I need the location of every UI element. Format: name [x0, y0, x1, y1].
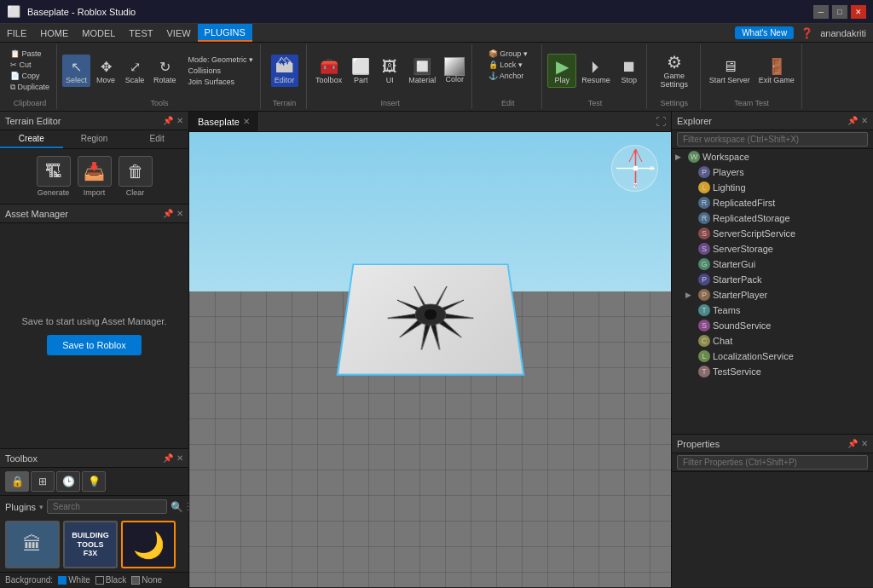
compass: Y X Z	[611, 145, 658, 192]
tree-item-localization-service[interactable]: L LocalizationService	[672, 349, 873, 364]
properties-pin-icon[interactable]: 📌	[847, 439, 858, 448]
tree-item-sound-service[interactable]: S SoundService	[672, 318, 873, 333]
search-icon[interactable]: 🔍	[171, 501, 183, 513]
lock-button[interactable]: 🔒 Lock ▾	[485, 60, 531, 70]
paste-button[interactable]: 📋 Paste	[7, 49, 53, 59]
properties-close-icon[interactable]: ✕	[861, 439, 868, 448]
group-button[interactable]: 📦 Group ▾	[485, 49, 531, 59]
plugin-item-3[interactable]: 🌙	[121, 521, 176, 568]
game-settings-button[interactable]: ⚙ Game Settings	[652, 50, 697, 91]
material-button[interactable]: 🔲 Material	[405, 55, 439, 87]
bg-black-radio[interactable]	[95, 576, 104, 585]
terrain-tab-create[interactable]: Create	[0, 130, 63, 148]
toolbox-search-input[interactable]	[47, 499, 167, 514]
menu-plugins[interactable]: PLUGINS	[198, 24, 252, 42]
plugin-item-1[interactable]: 🏛	[5, 521, 60, 568]
toolbox-button[interactable]: 🧰 Toolbox	[312, 55, 345, 87]
scale-button[interactable]: ⤢ Scale	[121, 55, 148, 87]
help-icon[interactable]: ❓	[801, 27, 813, 39]
viewport-tab-close[interactable]: ✕	[243, 117, 250, 126]
toolbox-tab-recent[interactable]: 🕒	[56, 471, 80, 492]
start-server-button[interactable]: 🖥 Start Server	[706, 55, 754, 87]
tree-item-server-storage[interactable]: S ServerStorage	[672, 241, 873, 257]
play-button[interactable]: ▶ Play	[547, 54, 576, 88]
tree-item-workspace[interactable]: ▶ W Workspace	[672, 149, 873, 164]
plugins-dropdown-arrow[interactable]: ▾	[39, 503, 43, 511]
menu-home[interactable]: HOME	[33, 24, 75, 42]
menu-test[interactable]: TEST	[122, 24, 159, 42]
tree-item-starter-pack[interactable]: P StarterPack	[672, 272, 873, 287]
resume-button[interactable]: ⏵ Resume	[578, 55, 614, 87]
toolbox-tab-lock[interactable]: 🔒	[5, 471, 29, 492]
toolbox-pin-icon[interactable]: 📌	[163, 453, 173, 463]
tree-item-server-script-service[interactable]: S ServerScriptService	[672, 226, 873, 241]
bg-white-radio[interactable]	[58, 576, 66, 585]
maximize-button[interactable]: □	[832, 5, 847, 19]
asset-manager-close-icon[interactable]: ✕	[176, 209, 183, 218]
properties-search-input[interactable]	[677, 455, 868, 470]
tree-item-lighting[interactable]: L Lighting	[672, 180, 873, 195]
maximize-viewport-icon[interactable]: ⛶	[650, 114, 671, 130]
move-button[interactable]: ✥ Move	[92, 55, 119, 87]
minimize-button[interactable]: ─	[813, 5, 829, 19]
rotate-button[interactable]: ↻ Rotate	[150, 55, 180, 87]
part-button[interactable]: ⬜ Part	[347, 55, 374, 87]
terrain-tools-list: 🏗 Generate 📥 Import 🗑 Clear	[0, 149, 188, 204]
starter-gui-icon: G	[698, 258, 710, 270]
collisions-toggle[interactable]: Collisions	[185, 66, 257, 76]
tree-item-teams[interactable]: T Teams	[672, 303, 873, 318]
copy-button[interactable]: 📄 Copy	[7, 71, 53, 81]
tree-item-starter-player[interactable]: ▶ P StarterPlayer	[672, 287, 873, 303]
whats-new-button[interactable]: What's New	[735, 26, 794, 39]
bg-none-radio[interactable]	[131, 576, 140, 585]
color-button[interactable]: Color	[441, 55, 468, 86]
tree-item-players[interactable]: P Players	[672, 164, 873, 180]
tree-item-replicated-storage[interactable]: R ReplicatedStorage	[672, 210, 873, 226]
toolbox-tab-light[interactable]: 💡	[82, 471, 106, 492]
select-button[interactable]: ↖ Select	[62, 55, 90, 87]
tree-item-replicated-first[interactable]: R ReplicatedFirst	[672, 195, 873, 210]
menu-file[interactable]: FILE	[0, 24, 33, 42]
mode-dropdown[interactable]: Mode: Geometric ▾	[185, 55, 257, 65]
asset-manager-pin-icon[interactable]: 📌	[163, 209, 173, 218]
viewport-tab-baseplate[interactable]: Baseplate ✕	[189, 112, 259, 131]
toolbox-tab-grid[interactable]: ⊞	[31, 471, 55, 492]
viewport[interactable]: Y X Z	[189, 132, 671, 587]
baseplate-object[interactable]	[336, 263, 524, 375]
tree-item-chat[interactable]: C Chat	[672, 333, 873, 349]
cut-button[interactable]: ✂ Cut	[7, 60, 53, 70]
tree-item-test-service[interactable]: T TestService	[672, 364, 873, 379]
bg-black-option[interactable]: Black	[95, 575, 126, 585]
explorer-pin-icon[interactable]: 📌	[847, 116, 858, 125]
terrain-import-tool[interactable]: 📥 Import	[78, 156, 112, 197]
explorer-close-icon[interactable]: ✕	[861, 116, 868, 125]
terrain-pin-icon[interactable]: 📌	[163, 116, 173, 125]
ui-button[interactable]: 🖼 UI	[376, 55, 403, 87]
tree-item-starter-gui[interactable]: G StarterGui	[672, 257, 873, 272]
workspace-expand-icon[interactable]: ▶	[675, 153, 685, 161]
menu-view[interactable]: VIEW	[159, 24, 197, 42]
toolbox-plugins-list: 🏛 BUILDINGTOOLSF3X 🌙	[0, 517, 188, 572]
anchor-button[interactable]: ⚓ Anchor	[485, 71, 531, 81]
duplicate-button[interactable]: ⧉ Duplicate	[7, 82, 53, 93]
terrain-tab-edit[interactable]: Edit	[125, 130, 188, 148]
toolbox-close-icon[interactable]: ✕	[176, 453, 183, 463]
terrain-clear-tool[interactable]: 🗑 Clear	[119, 156, 153, 197]
terrain-editor-button[interactable]: 🏔 Editor	[271, 55, 298, 87]
asset-manager-title: Asset Manager	[5, 209, 163, 219]
terrain-close-icon[interactable]: ✕	[176, 116, 183, 125]
explorer-search-input[interactable]	[677, 132, 868, 147]
join-surfaces-toggle[interactable]: Join Surfaces	[185, 77, 257, 87]
exit-game-button[interactable]: 🚪 Exit Game	[755, 55, 798, 87]
bg-white-option[interactable]: White	[58, 575, 90, 585]
terrain-tab-region[interactable]: Region	[63, 130, 126, 148]
terrain-generate-tool[interactable]: 🏗 Generate	[37, 156, 71, 197]
stop-button[interactable]: ⏹ Stop	[616, 55, 643, 87]
plugin-item-2[interactable]: BUILDINGTOOLSF3X	[63, 521, 118, 568]
game-settings-icon: ⚙	[664, 52, 685, 72]
bg-none-option[interactable]: None	[131, 575, 162, 585]
save-to-roblox-button[interactable]: Save to Roblox	[47, 335, 142, 355]
starter-player-expand[interactable]: ▶	[685, 291, 696, 299]
menu-model[interactable]: MODEL	[75, 24, 122, 42]
close-button[interactable]: ✕	[851, 5, 866, 19]
